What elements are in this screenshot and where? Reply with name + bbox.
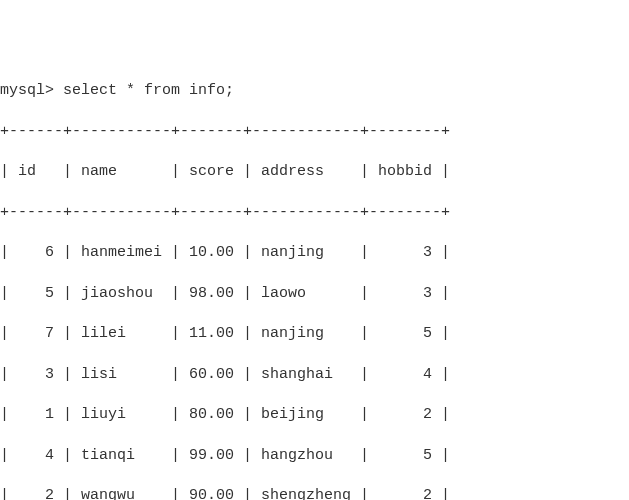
table-row: | 1 | liuyi | 80.00 | beijing | 2 | bbox=[0, 405, 629, 425]
table-row: | 6 | hanmeimei | 10.00 | nanjing | 3 | bbox=[0, 243, 629, 263]
table-row: | 7 | lilei | 11.00 | nanjing | 5 | bbox=[0, 324, 629, 344]
table-row: | 3 | lisi | 60.00 | shanghai | 4 | bbox=[0, 365, 629, 385]
table-row: | 2 | wangwu | 90.00 | shengzheng | 2 | bbox=[0, 486, 629, 500]
table-row: | 4 | tianqi | 99.00 | hangzhou | 5 | bbox=[0, 446, 629, 466]
mysql-prompt: mysql> bbox=[0, 82, 63, 99]
table-header-row: | id | name | score | address | hobbid | bbox=[0, 162, 629, 182]
table-border: +------+-----------+-------+------------… bbox=[0, 122, 629, 142]
table-row: | 5 | jiaoshou | 98.00 | laowo | 3 | bbox=[0, 284, 629, 304]
table-border: +------+-----------+-------+------------… bbox=[0, 203, 629, 223]
mysql-prompt-line-1: mysql> select * from info; bbox=[0, 81, 629, 101]
sql-query-1: select * from info; bbox=[63, 82, 234, 99]
